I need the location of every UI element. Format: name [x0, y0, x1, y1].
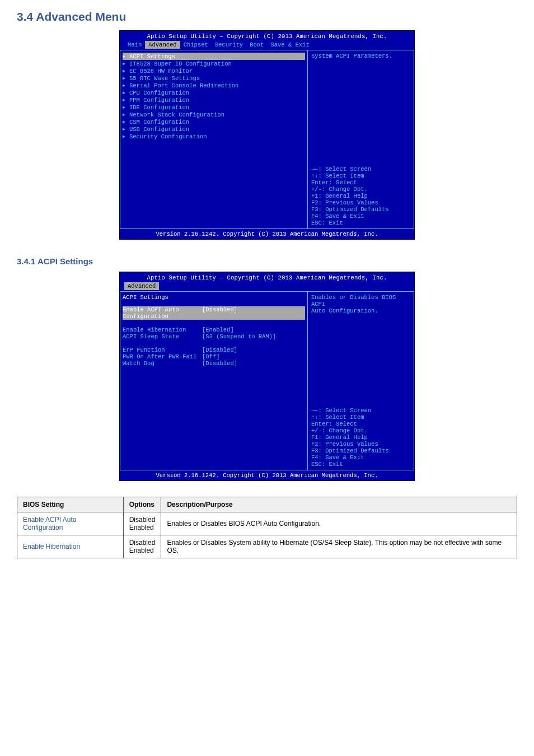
- cell-setting: Enable ACPI Auto Configuration: [17, 512, 124, 535]
- setting-value: [Off]: [202, 353, 220, 360]
- setting-erp-function[interactable]: ErP Function [Disabled]: [123, 347, 305, 353]
- menu-item-ide-config[interactable]: IDE Configuration: [123, 104, 305, 111]
- tab-main[interactable]: Main: [124, 41, 145, 49]
- key-help-line: →←: Select Screen: [311, 407, 410, 414]
- menu-item-security-config[interactable]: Security Configuration: [123, 133, 305, 140]
- col-options: Options: [123, 497, 161, 512]
- key-help-line: F4: Save & Exit: [311, 454, 410, 461]
- bios-header: Aptio Setup Utility – Copyright (C) 2013…: [120, 272, 414, 282]
- key-help: →←: Select Screen ↑↓: Select Item Enter:…: [311, 166, 410, 226]
- key-help-line: Enter: Select: [311, 179, 410, 186]
- menu-item-usb-config[interactable]: USB Configuration: [123, 125, 305, 133]
- menu-item-csm-config[interactable]: CSM Configuration: [123, 118, 305, 125]
- bios-header: Aptio Setup Utility – Copyright (C) 2013…: [120, 31, 414, 41]
- help-text: Auto Configuration.: [311, 307, 410, 314]
- key-help-line: F1: General Help: [311, 434, 410, 441]
- setting-label: PWR-On After PWR-Fail: [123, 353, 202, 360]
- cell-description: Enables or Disables System ability to Hi…: [161, 535, 517, 558]
- menu-item-hw-monitor[interactable]: EC 8528 HW monitor: [123, 67, 305, 74]
- setting-watch-dog[interactable]: Watch Dog [Disabled]: [123, 360, 305, 367]
- key-help-line: F4: Save & Exit: [311, 213, 410, 220]
- bios-screen-acpi-settings: Aptio Setup Utility – Copyright (C) 2013…: [119, 272, 415, 481]
- chevron-right-icon: [123, 53, 127, 60]
- tab-advanced[interactable]: Advanced: [145, 41, 180, 49]
- help-pane: Enables or Disables BIOS ACPI Auto Confi…: [308, 291, 414, 470]
- key-help-line: ESC: Exit: [311, 220, 410, 226]
- help-text: System ACPI Parameters.: [311, 53, 410, 59]
- settings-heading: ACPI Settings: [123, 294, 305, 301]
- options-table: BIOS Setting Options Description/Purpose…: [17, 497, 517, 558]
- menu-item-network-stack[interactable]: Network Stack Configuration: [123, 111, 305, 118]
- setting-value: [Disabled]: [202, 360, 237, 367]
- setting-acpi-sleep-state[interactable]: ACPI Sleep State [S3 (Suspend to RAM)]: [123, 333, 305, 340]
- menu-item-label: PPM Configuration: [129, 97, 189, 104]
- chevron-right-icon: [123, 118, 127, 125]
- setting-value: [Disabled]: [202, 306, 237, 320]
- menu-item-serial-redirect[interactable]: Serial Port Console Redirection: [123, 82, 305, 89]
- key-help-line: ESC: Exit: [311, 461, 410, 468]
- key-help-line: +/-: Change Opt.: [311, 427, 410, 434]
- tab-boot[interactable]: Boot: [246, 41, 267, 49]
- menu-item-ppm-config[interactable]: PPM Configuration: [123, 96, 305, 104]
- key-help-line: +/-: Change Opt.: [311, 186, 410, 193]
- menu-item-label: CPU Configuration: [129, 90, 189, 96]
- menu-item-acpi-settings[interactable]: ACPI Settings: [123, 53, 305, 60]
- setting-pwr-on-after-fail[interactable]: PWR-On After PWR-Fail [Off]: [123, 353, 305, 360]
- help-text: Enables or Disables BIOS ACPI: [311, 294, 410, 307]
- cell-setting: Enable Hibernation: [17, 535, 124, 558]
- cell-options: Disabled Enabled: [123, 512, 161, 535]
- menu-item-label: ACPI Settings: [129, 53, 175, 60]
- bios-footer: Version 2.16.1242. Copyright (C) 2013 Am…: [120, 470, 414, 480]
- cell-options: Disabled Enabled: [123, 535, 161, 558]
- chevron-right-icon: [123, 60, 127, 67]
- cell-description: Enables or Disables BIOS ACPI Auto Confi…: [161, 512, 517, 535]
- menu-pane: ACPI Settings IT8528 Super IO Configurat…: [120, 50, 308, 229]
- chevron-right-icon: [123, 104, 127, 111]
- setting-value: [Disabled]: [202, 347, 237, 353]
- key-help-line: ↑↓: Select Item: [311, 414, 410, 421]
- tab-chipset[interactable]: Chipset: [180, 41, 212, 49]
- chevron-right-icon: [123, 74, 127, 82]
- bios-footer: Version 2.16.1242. Copyright (C) 2013 Am…: [120, 229, 414, 239]
- setting-label: Enable Hibernation: [123, 326, 202, 333]
- menu-item-superio[interactable]: IT8528 Super IO Configuration: [123, 60, 305, 67]
- col-bios-setting: BIOS Setting: [17, 497, 124, 512]
- key-help-line: F2: Previous Values: [311, 441, 410, 447]
- key-help-line: →←: Select Screen: [311, 166, 410, 172]
- tab-advanced[interactable]: Advanced: [124, 282, 159, 290]
- table-header-row: BIOS Setting Options Description/Purpose: [17, 497, 517, 512]
- bios-screen-advanced-menu: Aptio Setup Utility – Copyright (C) 2013…: [119, 30, 415, 240]
- tab-security[interactable]: Security: [212, 41, 246, 49]
- table-row: Enable ACPI Auto Configuration Disabled …: [17, 512, 517, 535]
- chevron-right-icon: [123, 133, 127, 140]
- setting-label: Watch Dog: [123, 360, 202, 367]
- menu-item-label: IDE Configuration: [129, 104, 189, 111]
- menu-item-label: Security Configuration: [129, 133, 207, 140]
- chevron-right-icon: [123, 89, 127, 96]
- bios-tab-bar: Main Advanced Chipset Security Boot Save…: [120, 41, 414, 50]
- section-subtitle: 3.4.1 ACPI Settings: [17, 256, 534, 266]
- menu-item-rtc-wake[interactable]: S5 RTC Wake Settings: [123, 74, 305, 82]
- menu-item-label: EC 8528 HW monitor: [129, 68, 193, 74]
- chevron-right-icon: [123, 125, 127, 133]
- key-help-line: F3: Optimized Defaults: [311, 206, 410, 213]
- key-help-line: F3: Optimized Defaults: [311, 447, 410, 454]
- menu-item-label: S5 RTC Wake Settings: [129, 75, 200, 82]
- key-help: →←: Select Screen ↑↓: Select Item Enter:…: [311, 407, 410, 468]
- setting-value: [Enabled]: [202, 326, 234, 333]
- bios-tab-bar: Advanced: [120, 282, 414, 291]
- chevron-right-icon: [123, 67, 127, 74]
- setting-label: ACPI Sleep State: [123, 333, 202, 340]
- setting-label: ErP Function: [123, 347, 202, 353]
- table-row: Enable Hibernation Disabled Enabled Enab…: [17, 535, 517, 558]
- menu-item-label: Serial Port Console Redirection: [129, 82, 238, 89]
- tab-save-exit[interactable]: Save & Exit: [267, 41, 312, 49]
- key-help-line: Enter: Select: [311, 421, 410, 427]
- menu-item-label: USB Configuration: [129, 126, 189, 133]
- setting-label: Enable ACPI Auto Configuration: [123, 306, 202, 320]
- setting-enable-hibernation[interactable]: Enable Hibernation [Enabled]: [123, 326, 305, 333]
- setting-value: [S3 (Suspend to RAM)]: [202, 333, 276, 340]
- setting-acpi-auto-config[interactable]: Enable ACPI Auto Configuration [Disabled…: [123, 306, 305, 320]
- menu-item-cpu-config[interactable]: CPU Configuration: [123, 89, 305, 96]
- chevron-right-icon: [123, 82, 127, 89]
